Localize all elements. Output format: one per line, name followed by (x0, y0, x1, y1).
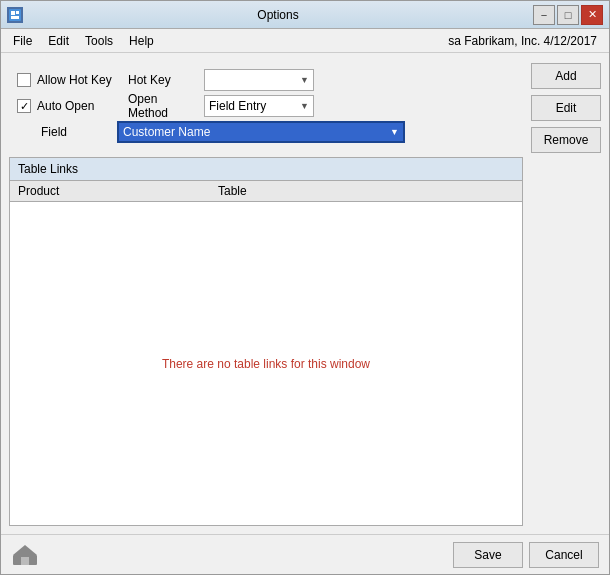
window-title: Options (23, 8, 533, 22)
auto-open-label: Auto Open (37, 99, 122, 113)
hotkey-label: Hot Key (128, 73, 198, 87)
cancel-button[interactable]: Cancel (529, 542, 599, 568)
footer-icon (11, 541, 39, 569)
svg-rect-1 (11, 11, 15, 15)
right-panel: Add Edit Remove (531, 61, 601, 526)
field-row: Field Customer Name ▼ (17, 119, 515, 145)
table-links-body: There are no table links for this window (10, 202, 522, 525)
options-window: Options − □ ✕ File Edit Tools Help sa Fa… (0, 0, 610, 575)
hotkey-dropdown[interactable]: ▼ (204, 69, 314, 91)
auto-open-checkbox[interactable] (17, 99, 31, 113)
add-button[interactable]: Add (531, 63, 601, 89)
col-product-header: Product (10, 181, 210, 201)
main-content: Allow Hot Key Hot Key ▼ Auto Open Open M… (1, 53, 609, 534)
field-value: Customer Name (123, 125, 210, 139)
svg-marker-5 (13, 545, 37, 555)
field-dropdown-arrow: ▼ (390, 127, 399, 137)
left-panel: Allow Hot Key Hot Key ▼ Auto Open Open M… (9, 61, 523, 526)
footer: Save Cancel (1, 534, 609, 574)
save-button[interactable]: Save (453, 542, 523, 568)
allow-hotkey-row: Allow Hot Key Hot Key ▼ (17, 67, 515, 93)
no-links-message: There are no table links for this window (162, 357, 370, 371)
table-links-section: Table Links Product Table There are no t… (9, 157, 523, 526)
svg-rect-3 (11, 16, 19, 19)
title-bar: Options − □ ✕ (1, 1, 609, 29)
svg-rect-6 (21, 557, 29, 565)
allow-hotkey-label: Allow Hot Key (37, 73, 122, 87)
method-dropdown-arrow: ▼ (300, 101, 309, 111)
app-icon (7, 7, 23, 23)
open-method-dropdown[interactable]: Field Entry ▼ (204, 95, 314, 117)
auto-open-row: Auto Open Open Method Field Entry ▼ (17, 93, 515, 119)
table-links-header: Table Links (10, 158, 522, 181)
menu-user-info: sa Fabrikam, Inc. 4/12/2017 (448, 34, 605, 48)
menu-edit[interactable]: Edit (40, 32, 77, 50)
menu-file[interactable]: File (5, 32, 40, 50)
menu-help[interactable]: Help (121, 32, 162, 50)
field-label: Field (41, 125, 111, 139)
options-section: Allow Hot Key Hot Key ▼ Auto Open Open M… (9, 61, 523, 151)
col-table-header: Table (210, 181, 522, 201)
hotkey-dropdown-arrow: ▼ (300, 75, 309, 85)
menu-tools[interactable]: Tools (77, 32, 121, 50)
table-links-columns: Product Table (10, 181, 522, 202)
close-button[interactable]: ✕ (581, 5, 603, 25)
field-dropdown[interactable]: Customer Name ▼ (117, 121, 405, 143)
minimize-button[interactable]: − (533, 5, 555, 25)
title-buttons: − □ ✕ (533, 5, 603, 25)
edit-button[interactable]: Edit (531, 95, 601, 121)
menu-bar: File Edit Tools Help sa Fabrikam, Inc. 4… (1, 29, 609, 53)
remove-button[interactable]: Remove (531, 127, 601, 153)
open-method-value: Field Entry (209, 99, 266, 113)
svg-rect-2 (16, 11, 19, 14)
allow-hotkey-checkbox[interactable] (17, 73, 31, 87)
footer-buttons: Save Cancel (453, 542, 599, 568)
open-method-label: Open Method (128, 92, 198, 120)
restore-button[interactable]: □ (557, 5, 579, 25)
